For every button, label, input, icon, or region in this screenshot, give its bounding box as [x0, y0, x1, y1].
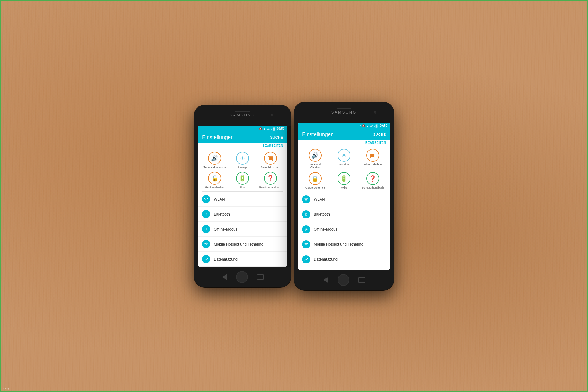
- hotspot-icon-2: [302, 240, 310, 248]
- back-button-2[interactable]: [323, 277, 328, 283]
- icon-tone-2: 🔊: [309, 149, 322, 162]
- menu-plane-2[interactable]: ✈ Offline-Modus: [298, 222, 390, 237]
- icon-akku-1: 🔋: [236, 172, 249, 185]
- menu-label-bt-1: Bluetooth: [214, 212, 230, 216]
- back-button-1[interactable]: [222, 274, 227, 280]
- speaker-grill-1: [235, 111, 250, 112]
- menu-label-hotspot-2: Mobile Hotspot und Tethering: [314, 242, 363, 246]
- bt-status-icon: ♦: [360, 124, 361, 127]
- icon-label-security-1: Gerätesicherheit: [205, 186, 224, 189]
- menu-bt-1[interactable]: ᛒ Bluetooth: [198, 207, 287, 222]
- icon-grid-2: 🔊 Töne undVibration ☀ Anzeige ▣ Seitenbi…: [298, 146, 390, 171]
- bearbeiten-bar-1: BEARBEITEN: [198, 143, 287, 149]
- icon-item-manual-1[interactable]: ❓ Benutzerhandbuch: [256, 172, 284, 189]
- app-header-2: Einstellungen SUCHE: [298, 129, 390, 140]
- icon-item-security-2[interactable]: 🔒 Gerätesicherheit: [301, 172, 330, 189]
- icon-seite-1: ▣: [264, 152, 277, 165]
- icon-item-tone-1[interactable]: 🔊 Töne und Vibration: [201, 152, 229, 169]
- phone-2-screen: ♦ 🔇 ▲ 55% ▓ 09:50 Einstellungen SUCHE BE…: [298, 123, 390, 270]
- icon-seite-2: ▣: [366, 149, 379, 162]
- icon-item-anzeige-2[interactable]: ☀ Anzeige: [330, 149, 358, 169]
- icon-label-tone-2: Töne undVibration: [310, 163, 321, 169]
- icon-tone-1: 🔊: [208, 152, 221, 165]
- recent-button-1[interactable]: [257, 274, 264, 280]
- status-bar-2: ♦ 🔇 ▲ 55% ▓ 09:50: [298, 123, 390, 129]
- front-camera-2: [374, 111, 376, 114]
- data-icon-1: [202, 255, 210, 263]
- menu-label-hotspot-1: Mobile Hotspot und Tethering: [214, 242, 263, 246]
- search-button-1[interactable]: SUCHE: [270, 136, 283, 139]
- app-title-2: Einstellungen: [302, 131, 334, 138]
- bearbeiten-bar-2: BEARBEITEN: [298, 140, 390, 146]
- menu-net-2[interactable]: Mobile Netzwerke: [298, 267, 390, 270]
- icon-label-akku-2: Akku: [341, 186, 347, 189]
- icon-security-2: 🔒: [309, 172, 322, 185]
- icon-label-security-2: Gerätesicherheit: [305, 186, 325, 189]
- menu-label-wlan-2: WLAN: [314, 197, 325, 201]
- status-icons-2: ♦ 🔇 ▲ 55% ▓ 09:50: [360, 124, 387, 127]
- icon-label-anzeige-2: Anzeige: [339, 163, 349, 166]
- mute-icon: 🔇: [259, 127, 262, 130]
- menu-wlan-1[interactable]: WLAN: [198, 192, 287, 207]
- phone-1-bottom: [194, 267, 291, 287]
- menu-hotspot-2[interactable]: Mobile Hotspot und Tethering: [298, 237, 390, 252]
- menu-wlan-2[interactable]: WLAN: [298, 192, 390, 207]
- icon-anzeige-1: ☀: [236, 152, 249, 165]
- icon-item-seite-1[interactable]: ▣ Seitenbildschirm: [256, 152, 284, 169]
- signal-icon-2: ▲: [366, 124, 369, 127]
- menu-label-plane-2: Offline-Modus: [314, 227, 338, 231]
- hotspot-icon-1: [202, 240, 210, 248]
- icon-item-manual-2[interactable]: ❓ Benutzerhandbuch: [358, 172, 387, 189]
- app-title-1: Einstellungen: [202, 134, 234, 141]
- samsung-logo-1: SAMSUNG: [230, 113, 255, 117]
- status-bar-1: 🔇 ▲ 51% ▓ 09:50: [198, 126, 287, 132]
- bearbeiten-2[interactable]: BEARBEITEN: [365, 141, 386, 144]
- time-2: 09:50: [380, 124, 387, 127]
- battery-percent-2: 55%: [370, 124, 375, 127]
- phone-1-screen: 🔇 ▲ 51% ▓ 09:50 Einstellungen SUCHE BEAR…: [198, 126, 287, 267]
- menu-list-2: WLAN ᛒ Bluetooth ✈ Offline-Modus Mobile …: [298, 192, 390, 270]
- icon-manual-2: ❓: [366, 172, 379, 185]
- home-button-2[interactable]: [338, 274, 349, 286]
- icon-label-akku-1: Akku: [240, 186, 245, 189]
- menu-label-plane-1: Offline-Modus: [214, 227, 238, 231]
- menu-data-2[interactable]: Datennutzung: [298, 252, 390, 267]
- home-button-1[interactable]: [236, 271, 248, 283]
- search-button-2[interactable]: SUCHE: [373, 133, 386, 136]
- time-1: 09:50: [277, 127, 284, 130]
- icon-label-seite-1: Seitenbildschirm: [261, 166, 280, 169]
- icon-label-manual-2: Benutzerhandbuch: [362, 186, 384, 189]
- phone-1: SAMSUNG 🔇 ▲ 51% ▓ 09:50 Einstellungen SU…: [194, 105, 291, 287]
- icon-item-seite-2[interactable]: ▣ Seitenbildschirm: [358, 149, 387, 169]
- icon-anzeige-2: ☀: [338, 149, 350, 162]
- battery-icon-1: ▓: [273, 127, 275, 130]
- app-header-1: Einstellungen SUCHE: [198, 132, 287, 143]
- menu-data-1[interactable]: Datennutzung: [198, 252, 287, 266]
- phones-container: SAMSUNG 🔇 ▲ 51% ▓ 09:50 Einstellungen SU…: [194, 102, 394, 290]
- menu-label-wlan-1: WLAN: [214, 197, 225, 201]
- phone-1-top: SAMSUNG: [194, 105, 291, 126]
- data-icon-2: [302, 255, 310, 263]
- menu-hotspot-1[interactable]: Mobile Hotspot und Tethering: [198, 237, 287, 252]
- icon-item-tone-2[interactable]: 🔊 Töne undVibration: [301, 149, 330, 169]
- signal-icon: ▲: [263, 127, 266, 130]
- phone-2-top: SAMSUNG: [294, 102, 394, 123]
- bt-icon-2: ᛒ: [302, 210, 310, 218]
- mute-icon-2: 🔇: [362, 124, 365, 127]
- speaker-grill-2: [337, 108, 351, 109]
- icon-item-akku-1[interactable]: 🔋 Akku: [229, 172, 257, 189]
- menu-label-data-1: Datennutzung: [214, 257, 238, 261]
- menu-plane-1[interactable]: ✈ Offline-Modus: [198, 222, 287, 237]
- icon-item-security-1[interactable]: 🔒 Gerätesicherheit: [201, 172, 229, 189]
- icon-item-anzeige-1[interactable]: ☀ Anzeige: [229, 152, 257, 169]
- phone-2-bottom: [294, 270, 394, 290]
- icon-label-manual-1: Benutzerhandbuch: [259, 186, 282, 189]
- menu-bt-2[interactable]: ᛒ Bluetooth: [298, 207, 390, 222]
- phone-2: SAMSUNG ♦ 🔇 ▲ 55% ▓ 09:50 Einstellungen …: [294, 102, 394, 290]
- menu-list-1: WLAN ᛒ Bluetooth ✈ Offline-Modus Mobile …: [198, 192, 287, 266]
- icon-item-akku-2[interactable]: 🔋 Akku: [330, 172, 358, 189]
- icon-grid-2-row2: 🔒 Gerätesicherheit 🔋 Akku ❓ Benutzerhand…: [298, 171, 390, 192]
- bearbeiten-1[interactable]: BEARBEITEN: [263, 144, 283, 147]
- recent-button-2[interactable]: [358, 277, 365, 283]
- icon-akku-2: 🔋: [338, 172, 350, 185]
